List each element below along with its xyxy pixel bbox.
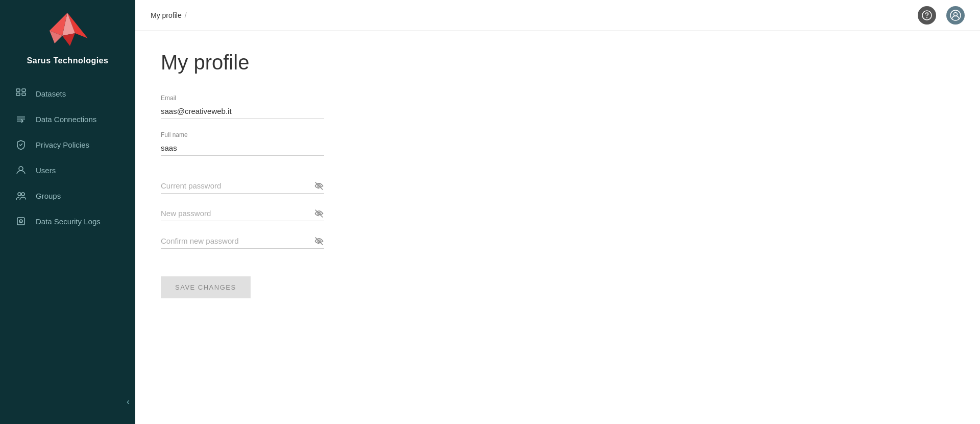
sidebar-item-datasets-label: Datasets: [36, 89, 66, 98]
topbar-icons: [918, 6, 965, 25]
svg-rect-8: [22, 93, 26, 96]
logo-area: Sarus Technologies: [27, 10, 109, 65]
fullname-input-wrapper: [161, 140, 324, 156]
sidebar-item-groups-label: Groups: [36, 192, 61, 200]
fullname-group: Full name: [161, 131, 324, 156]
account-button[interactable]: [946, 6, 965, 25]
breadcrumb-separator: /: [185, 11, 187, 19]
email-input-wrapper: [161, 104, 324, 119]
sidebar-item-data-connections-label: Data Connections: [36, 115, 96, 124]
new-password-wrapper: [161, 206, 324, 221]
sidebar-item-groups[interactable]: Groups: [0, 183, 135, 208]
topbar: My profile /: [135, 0, 980, 31]
confirm-password-group: [161, 233, 324, 249]
sidebar: Sarus Technologies Datasets: [0, 0, 135, 424]
svg-rect-5: [16, 89, 20, 91]
save-changes-button[interactable]: SAVE CHANGES: [161, 276, 251, 298]
shield-icon: [15, 139, 27, 150]
person-icon: [15, 164, 27, 176]
sidebar-item-privacy-policies[interactable]: Privacy Policies: [0, 132, 135, 157]
confirm-password-field[interactable]: [161, 233, 310, 248]
fullname-field[interactable]: [161, 140, 324, 155]
confirm-password-toggle[interactable]: [310, 236, 324, 246]
current-password-toggle[interactable]: [310, 181, 324, 191]
eye-off-icon: [314, 181, 324, 191]
svg-rect-7: [16, 93, 20, 96]
fullname-label: Full name: [161, 131, 324, 138]
company-suffix: Technologies: [51, 56, 109, 65]
main-area: My profile / My profile: [135, 0, 980, 424]
confirm-password-wrapper: [161, 233, 324, 249]
email-label: Email: [161, 95, 324, 102]
grid-icon: [15, 88, 27, 99]
sidebar-item-data-connections[interactable]: Data Connections: [0, 106, 135, 132]
svg-rect-6: [22, 89, 26, 91]
collapse-icon: ‹: [127, 396, 130, 407]
eye-off-icon: [314, 236, 324, 246]
new-password-toggle[interactable]: [310, 208, 324, 219]
sidebar-item-data-security-logs-label: Data Security Logs: [36, 217, 101, 226]
breadcrumb-root: My profile: [151, 11, 182, 19]
breadcrumb: My profile /: [151, 11, 187, 19]
sidebar-collapse-button[interactable]: ‹: [121, 394, 135, 409]
current-password-field[interactable]: [161, 178, 310, 193]
new-password-group: [161, 206, 324, 221]
page-content: My profile Email Full name: [135, 31, 980, 424]
logo-icon: [44, 10, 90, 51]
svg-point-13: [18, 193, 21, 196]
account-circle-icon: [950, 10, 961, 21]
page-title: My profile: [161, 51, 954, 74]
nav-menu: Datasets Data Connections: [0, 81, 135, 234]
security-icon: [15, 216, 27, 227]
sidebar-item-users-label: Users: [36, 166, 56, 175]
company-brand: Sarus: [27, 56, 51, 65]
email-group: Email: [161, 95, 324, 119]
sidebar-item-datasets[interactable]: Datasets: [0, 81, 135, 106]
sidebar-item-data-security-logs[interactable]: Data Security Logs: [0, 208, 135, 234]
eye-off-icon: [314, 208, 324, 219]
help-button[interactable]: [918, 6, 936, 25]
email-field[interactable]: [161, 104, 324, 119]
current-password-wrapper: [161, 178, 324, 194]
svg-point-17: [20, 221, 21, 222]
new-password-field[interactable]: [161, 206, 310, 221]
connections-icon: [15, 113, 27, 125]
group-icon: [15, 190, 27, 201]
current-password-group: [161, 178, 324, 194]
help-circle-icon: [922, 10, 932, 20]
svg-point-12: [19, 167, 23, 171]
company-name: Sarus Technologies: [27, 56, 109, 65]
svg-point-19: [926, 17, 927, 18]
sidebar-item-users[interactable]: Users: [0, 157, 135, 183]
svg-point-14: [21, 193, 24, 196]
sidebar-item-privacy-policies-label: Privacy Policies: [36, 140, 89, 149]
profile-form: Email Full name: [161, 95, 324, 298]
